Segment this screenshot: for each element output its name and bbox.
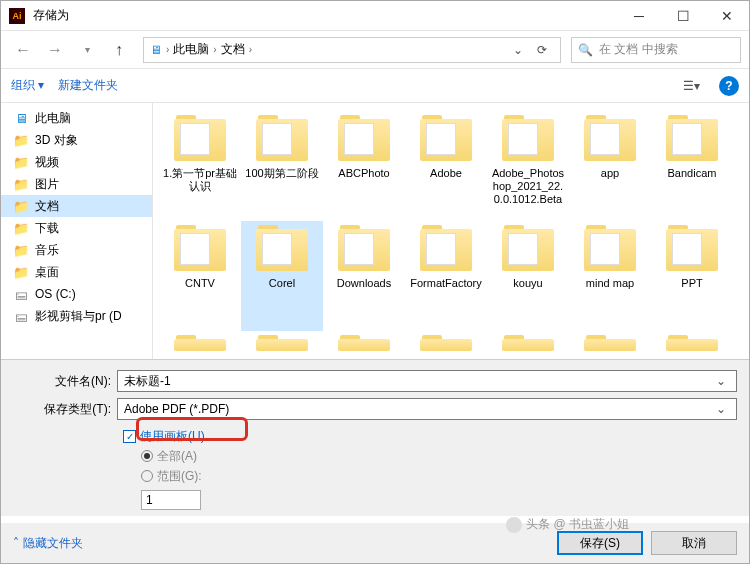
chevron-right-icon: › [166, 44, 169, 55]
sidebar-item-label: 文档 [35, 198, 59, 215]
cancel-button[interactable]: 取消 [651, 531, 737, 555]
avatar-icon [506, 517, 522, 533]
folder-item[interactable]: Adobe [405, 111, 487, 221]
folder-icon [664, 225, 720, 273]
search-input[interactable]: 🔍 在 文档 中搜索 [571, 37, 741, 63]
sidebar-item[interactable]: 🖴OS (C:) [1, 283, 152, 305]
folder-icon: 📁 [13, 176, 29, 192]
file-view[interactable]: 1.第一节pr基础认识100期第二阶段ABCPhotoAdobeAdobe_Ph… [153, 103, 749, 359]
folder-icon [254, 335, 310, 353]
filetype-select[interactable]: Adobe PDF (*.PDF) ⌄ [117, 398, 737, 420]
all-radio[interactable]: 全部(A) [141, 446, 737, 466]
folder-icon [418, 115, 474, 163]
sidebar-item-label: 视频 [35, 154, 59, 171]
filename-label: 文件名(N): [13, 373, 117, 390]
breadcrumb-item[interactable]: 此电脑 [173, 41, 209, 58]
help-button[interactable]: ? [719, 76, 739, 96]
minimize-button[interactable]: ─ [617, 1, 661, 31]
forward-button: → [41, 36, 69, 64]
filename-input[interactable]: 未标题-1 ⌄ [117, 370, 737, 392]
maximize-button[interactable]: ☐ [661, 1, 705, 31]
drive-icon: 🖴 [13, 286, 29, 302]
refresh-button[interactable]: ⟳ [530, 38, 554, 62]
sidebar-item[interactable]: 📁图片 [1, 173, 152, 195]
breadcrumb[interactable]: 🖥 › 此电脑 › 文档 › ⌄ ⟳ [143, 37, 561, 63]
up-button[interactable]: ↑ [105, 36, 133, 64]
folder-icon [254, 225, 310, 273]
nav-bar: ← → ▾ ↑ 🖥 › 此电脑 › 文档 › ⌄ ⟳ 🔍 在 文档 中搜索 [1, 31, 749, 69]
sidebar-item[interactable]: 🖴影视剪辑与pr (D [1, 305, 152, 327]
folder-icon [336, 115, 392, 163]
dialog-footer: ˄ 隐藏文件夹 保存(S) 取消 [1, 523, 749, 563]
folder-item[interactable]: PPT [651, 221, 733, 331]
folder-item[interactable]: Downloads [323, 221, 405, 331]
back-button[interactable]: ← [9, 36, 37, 64]
chevron-right-icon: › [213, 44, 216, 55]
range-radio[interactable]: 范围(G): [141, 466, 737, 486]
folder-item[interactable]: Adobe_Photoshop_2021_22.0.0.1012.Beta [487, 111, 569, 221]
folder-item[interactable] [487, 331, 569, 359]
folder-icon [582, 115, 638, 163]
folder-item[interactable]: 100期第二阶段 [241, 111, 323, 221]
sidebar-item[interactable]: 📁下载 [1, 217, 152, 239]
sidebar-item-label: 影视剪辑与pr (D [35, 308, 122, 325]
folder-item[interactable]: Corel [241, 221, 323, 331]
new-folder-button[interactable]: 新建文件夹 [58, 77, 118, 94]
use-artboards-option[interactable]: ✓ 使用画板(U) [123, 426, 737, 446]
folder-item[interactable]: mind map [569, 221, 651, 331]
sidebar-item[interactable]: 📁音乐 [1, 239, 152, 261]
sidebar-item[interactable]: 📁视频 [1, 151, 152, 173]
folder-icon [336, 225, 392, 273]
app-icon: Ai [9, 8, 25, 24]
folder-icon: 📁 [13, 198, 29, 214]
close-button[interactable]: ✕ [705, 1, 749, 31]
chevron-up-icon: ˄ [13, 536, 19, 550]
save-button[interactable]: 保存(S) [557, 531, 643, 555]
watermark: 头条 @ 书虫蓝小姐 [506, 516, 629, 533]
folder-label: mind map [586, 277, 634, 290]
folder-label: PPT [681, 277, 702, 290]
folder-icon [500, 115, 556, 163]
sidebar-item[interactable]: 📁文档 [1, 195, 152, 217]
sidebar-item[interactable]: 📁3D 对象 [1, 129, 152, 151]
folder-label: 1.第一节pr基础认识 [161, 167, 239, 193]
sidebar-item[interactable]: 🖥此电脑 [1, 107, 152, 129]
folder-item[interactable]: FormatFactory [405, 221, 487, 331]
view-options-button[interactable]: ☰▾ [677, 74, 705, 98]
sidebar-item[interactable]: 📁桌面 [1, 261, 152, 283]
search-placeholder: 在 文档 中搜索 [599, 41, 678, 58]
save-options: ✓ 使用画板(U) 全部(A) 范围(G): 1 [123, 426, 737, 510]
folder-item[interactable]: kouyu [487, 221, 569, 331]
sidebar-item-label: 下载 [35, 220, 59, 237]
folder-item[interactable]: ABCPhoto [323, 111, 405, 221]
folder-icon [500, 335, 556, 353]
sidebar-item-label: 3D 对象 [35, 132, 78, 149]
hide-folders-button[interactable]: ˄ 隐藏文件夹 [13, 535, 83, 552]
organize-menu[interactable]: 组织 ▾ [11, 77, 44, 94]
folder-item[interactable] [569, 331, 651, 359]
folder-icon: 📁 [13, 220, 29, 236]
title-bar: Ai 存储为 ─ ☐ ✕ [1, 1, 749, 31]
breadcrumb-item[interactable]: 文档 [221, 41, 245, 58]
folder-item[interactable] [159, 331, 241, 359]
folder-label: kouyu [513, 277, 542, 290]
folder-item[interactable]: app [569, 111, 651, 221]
folder-item[interactable] [323, 331, 405, 359]
folder-item[interactable]: Bandicam [651, 111, 733, 221]
folder-icon [172, 115, 228, 163]
folder-label: Adobe [430, 167, 462, 180]
folder-item[interactable] [651, 331, 733, 359]
folder-icon: 📁 [13, 264, 29, 280]
breadcrumb-dropdown[interactable]: ⌄ [506, 38, 530, 62]
folder-item[interactable] [241, 331, 323, 359]
sidebar-item-label: 图片 [35, 176, 59, 193]
folder-item[interactable]: CNTV [159, 221, 241, 331]
range-input[interactable]: 1 [141, 490, 201, 510]
folder-item[interactable] [405, 331, 487, 359]
folder-label: Adobe_Photoshop_2021_22.0.0.1012.Beta [489, 167, 567, 206]
sidebar-item-label: OS (C:) [35, 287, 76, 301]
recent-button[interactable]: ▾ [73, 36, 101, 64]
chevron-down-icon: ⌄ [712, 402, 730, 416]
filename-history-dropdown[interactable]: ⌄ [712, 374, 730, 388]
folder-item[interactable]: 1.第一节pr基础认识 [159, 111, 241, 221]
